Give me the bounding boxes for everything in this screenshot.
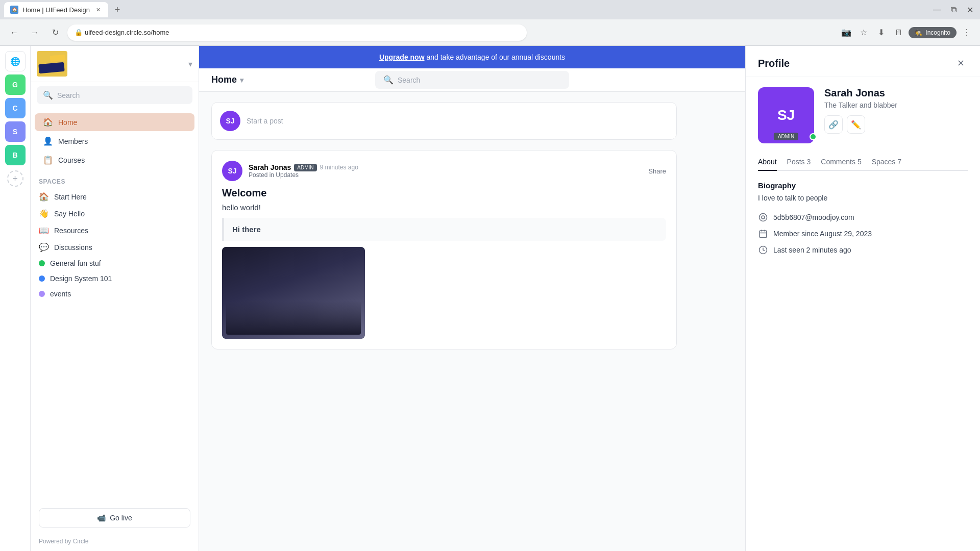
home-title[interactable]: Home ▾	[211, 74, 243, 85]
go-live-button[interactable]: 📹 Go live	[39, 508, 190, 528]
profile-info: SJ ADMIN Sarah Jonas The Talker and blab…	[758, 87, 968, 143]
purple-dot-icon	[39, 291, 45, 297]
profile-body: SJ ADMIN Sarah Jonas The Talker and blab…	[746, 77, 980, 551]
post-author-name[interactable]: Sarah Jonas	[249, 163, 291, 171]
forward-button[interactable]: →	[27, 24, 43, 41]
post-quote: Hi there	[222, 218, 666, 241]
window-restore-button[interactable]: ⧉	[947, 4, 960, 16]
window-minimize-button[interactable]: —	[931, 4, 943, 16]
svg-rect-2	[760, 231, 767, 238]
window-close-button[interactable]: ✕	[964, 4, 976, 16]
new-tab-button[interactable]: +	[110, 3, 125, 17]
tab-close-button[interactable]: ✕	[94, 6, 102, 14]
screen-icon[interactable]: 🖥	[891, 26, 905, 40]
browser-toolbar: ← → ↻ 🔒 uifeed-design.circle.so/home 📷 ☆…	[0, 19, 980, 46]
online-indicator	[810, 133, 817, 140]
space-item-start-here[interactable]: 🏠 Start Here	[39, 188, 190, 205]
detail-member-since: Member since August 29, 2023	[758, 229, 968, 239]
profile-tabs: About Posts 3 Comments 5 Spaces 7	[758, 154, 968, 171]
nav-collapse-button[interactable]: ▾	[188, 59, 192, 69]
post-image	[222, 247, 365, 339]
tab-comments-count-val: 5	[857, 158, 862, 166]
tab-about-label: About	[758, 158, 777, 166]
upgrade-link[interactable]: Upgrade now	[379, 53, 425, 61]
members-icon: 👤	[43, 136, 53, 146]
camera-icon[interactable]: 📷	[839, 26, 853, 40]
tab-comments[interactable]: Comments 5	[821, 154, 861, 170]
browser-tab[interactable]: 🏠 Home | UIFeed Design ✕	[4, 2, 108, 17]
space-label-design-system: Design System 101	[50, 274, 112, 283]
green-dot-icon	[39, 260, 45, 266]
space-item-resources[interactable]: 📖 Resources	[39, 222, 190, 239]
composer-input[interactable]: Start a post	[247, 117, 668, 125]
share-button[interactable]: Share	[648, 167, 666, 175]
toolbar-actions: 📷 ☆ ⬇ 🖥 🕵 Incognito ⋮	[839, 26, 974, 40]
window-controls: — ⧉ ✕	[931, 4, 976, 16]
bookmark-icon[interactable]: ☆	[856, 26, 871, 40]
add-community-button[interactable]: +	[7, 170, 23, 187]
title-bar: 🏠 Home | UIFeed Design ✕ + — ⧉ ✕	[0, 0, 980, 19]
email-icon	[758, 212, 768, 222]
search-icon: 🔍	[43, 90, 53, 100]
profile-avatar-large: SJ ADMIN	[758, 87, 814, 143]
download-icon[interactable]: ⬇	[874, 26, 888, 40]
resources-icon: 📖	[39, 226, 49, 235]
profile-close-button[interactable]: ✕	[953, 56, 968, 70]
start-here-icon: 🏠	[39, 192, 49, 202]
refresh-button[interactable]: ↻	[47, 24, 63, 41]
url-text: uifeed-design.circle.so/home	[85, 29, 169, 36]
post-author-avatar: SJ	[222, 161, 242, 181]
tab-favicon: 🏠	[10, 6, 18, 14]
email-text: 5d5b6807@moodjoy.com	[773, 213, 854, 221]
tab-posts[interactable]: Posts 3	[787, 154, 811, 170]
search-icon-top: 🔍	[383, 75, 394, 85]
tab-spaces[interactable]: Spaces 7	[872, 154, 901, 170]
sidebar-icons: 🌐 G C S B +	[0, 46, 31, 551]
sidebar-icon-s[interactable]: S	[5, 121, 26, 142]
nav-item-home[interactable]: 🏠 Home	[35, 113, 194, 131]
sidebar-icon-b[interactable]: B	[5, 145, 26, 165]
more-button[interactable]: ⋮	[960, 26, 974, 40]
copy-link-button[interactable]: 🔗	[824, 115, 843, 134]
post-title: Welcome	[222, 187, 666, 199]
nav-header: ▾	[31, 46, 199, 82]
powered-by: Powered by Circle	[31, 534, 199, 551]
space-item-discussions[interactable]: 💬 Discussions	[39, 239, 190, 256]
address-bar[interactable]: 🔒 uifeed-design.circle.so/home	[67, 24, 527, 41]
post-time: 9 minutes ago	[320, 164, 358, 171]
nav-item-courses-label: Courses	[58, 156, 85, 164]
sidebar-icon-c[interactable]: C	[5, 98, 26, 118]
tab-spaces-label: Spaces	[872, 158, 896, 166]
nav-item-courses[interactable]: 📋 Courses	[35, 151, 194, 169]
profile-name-section: Sarah Jonas The Talker and blabber 🔗 ✏️	[824, 87, 897, 134]
profile-avatar-initials: SJ	[777, 107, 795, 123]
nav-item-members-label: Members	[58, 137, 88, 145]
discussions-icon: 💬	[39, 242, 49, 252]
space-item-say-hello[interactable]: 👋 Say Hello	[39, 205, 190, 222]
space-item-general-fun[interactable]: General fun stuf	[39, 256, 190, 271]
spaces-section: Spaces 🏠 Start Here 👋 Say Hello 📖 Resour…	[31, 174, 199, 306]
biography-label: Biography	[758, 181, 968, 190]
back-button[interactable]: ←	[6, 24, 22, 41]
content-area: SJ Start a post SJ Sarah Jonas ADMIN 9 m…	[199, 92, 689, 368]
tab-about[interactable]: About	[758, 154, 777, 170]
profile-panel-title: Profile	[758, 58, 790, 69]
main-content: Upgrade now and take advantage of our an…	[199, 46, 745, 551]
sidebar-icon-g[interactable]: G	[5, 74, 26, 95]
nav-item-members[interactable]: 👤 Members	[35, 132, 194, 150]
space-item-events[interactable]: events	[39, 286, 190, 302]
profile-panel: Profile ✕ SJ ADMIN Sarah Jonas The Talke…	[745, 46, 980, 551]
top-search-bar[interactable]: 🔍 Search	[375, 71, 569, 89]
edit-profile-button[interactable]: ✏️	[847, 115, 865, 134]
space-item-design-system[interactable]: Design System 101	[39, 271, 190, 286]
sidebar-icon-globe[interactable]: 🌐	[5, 51, 26, 71]
home-title-text: Home	[211, 74, 237, 85]
post-composer[interactable]: SJ Start a post	[211, 102, 677, 140]
community-logo[interactable]	[37, 51, 67, 77]
tab-title: Home | UIFeed Design	[22, 6, 90, 14]
post-header: SJ Sarah Jonas ADMIN 9 minutes ago Poste…	[222, 161, 666, 181]
calendar-icon	[758, 229, 768, 239]
incognito-button[interactable]: 🕵 Incognito	[909, 27, 957, 38]
search-bar[interactable]: 🔍 Search	[37, 86, 192, 104]
space-label-say-hello: Say Hello	[54, 210, 85, 218]
